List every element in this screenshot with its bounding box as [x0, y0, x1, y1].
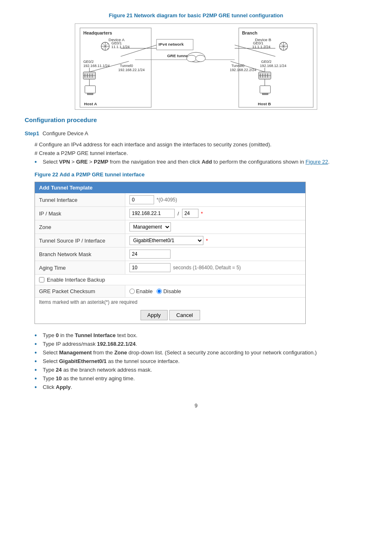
svg-text:Tunnel0: Tunnel0 [231, 64, 244, 68]
bullet1-post: from the navigation tree and then click [108, 159, 202, 165]
svg-text:GE0/2: GE0/2 [261, 60, 271, 64]
svg-point-25 [187, 55, 196, 62]
svg-text:Host B: Host B [258, 102, 271, 106]
bullet-item-1: Select VPN > GRE > P2MP from the navigat… [35, 159, 367, 165]
required-note: Items marked with an asterisk(*) are req… [35, 298, 305, 307]
config-section-title: Configuration procedure [25, 116, 367, 123]
bullet4-zone-bold: Zone [114, 349, 127, 356]
svg-text:Branch: Branch [242, 30, 257, 35]
svg-text:192.168.22.1/24: 192.168.22.1/24 [118, 68, 145, 72]
zone-row: Zone Management [35, 220, 305, 234]
bullet1-gre: GRE [76, 159, 88, 165]
zone-select[interactable]: Management [129, 222, 171, 231]
ip-asterisk: * [201, 210, 203, 217]
form-header: Add Tunnel Template [35, 182, 305, 193]
bullet-item-5: Select GigabitEthernet0/1 as the tunnel … [35, 358, 367, 364]
bullet1-end: to perform the configurations shown in [212, 159, 306, 165]
mask-input[interactable] [182, 209, 198, 218]
svg-text:GE0/2: GE0/2 [83, 60, 94, 64]
add-tunnel-form: Add Tunnel Template Tunnel Interface *(0… [35, 182, 306, 324]
gre-radio-group: Enable Disable [129, 288, 181, 294]
bullet-item-6: Type 24 as the branch network address ma… [35, 367, 367, 373]
svg-text:IPv4 network: IPv4 network [159, 42, 184, 46]
aging-time-hint: seconds (1-86400, Default = 5) [173, 265, 241, 271]
step1-text: Configure Device A [42, 130, 88, 136]
gre-checksum-value-cell: Enable Disable [125, 285, 305, 297]
svg-text:GRE tunnel: GRE tunnel [167, 53, 189, 58]
tunnel-interface-label: Tunnel Interface [35, 193, 125, 206]
enable-backup-checkbox[interactable] [39, 277, 44, 282]
bullet7-10-bold: 10 [56, 375, 62, 382]
enable-backup-row: Enable Interface Backup [35, 275, 305, 285]
slash-separator: / [177, 210, 180, 217]
bullet1-pre: Select [43, 159, 59, 165]
branch-mask-label: Branch Network Mask [35, 247, 125, 261]
zone-value-cell: Management [125, 220, 305, 234]
bullet2-ti-bold: Tunnel Interface [75, 332, 115, 338]
aging-time-row: Aging Time seconds (1-86400, Default = 5… [35, 261, 305, 275]
gre-disable-radio[interactable] [157, 289, 162, 294]
aging-time-input[interactable] [129, 263, 171, 272]
branch-mask-input[interactable] [129, 250, 171, 259]
ip-mask-label: IP / Mask [35, 207, 125, 220]
tunnel-interface-row: Tunnel Interface *(0-4095) [35, 193, 305, 207]
svg-text:192.168.22.2/24: 192.168.22.2/24 [230, 68, 256, 72]
step1-label: Step1 [25, 130, 39, 136]
gre-checksum-row: GRE Packet Checksum Enable Disable [35, 285, 305, 298]
tunnel-interface-value-cell: *(0-4095) [125, 193, 305, 206]
gre-disable-radio-label[interactable]: Disable [157, 288, 181, 294]
cancel-button[interactable]: Cancel [169, 310, 200, 320]
apply-button[interactable]: Apply [141, 310, 168, 320]
svg-rect-55 [260, 86, 271, 93]
figure22-caption: Figure 22 Add a P2MP GRE tunnel interfac… [35, 171, 367, 178]
svg-text:Tunnel0: Tunnel0 [120, 64, 133, 68]
bullet-item-8: Click Apply. [35, 384, 367, 390]
step1-container: Step1Configure Device A [25, 130, 367, 136]
svg-point-26 [196, 55, 205, 62]
bullet6-24-bold: 24 [56, 367, 62, 373]
page-number: 9 [25, 402, 367, 409]
bullet1-mid2: > [88, 159, 94, 165]
svg-text:11.1.1.1/24: 11.1.1.1/24 [111, 45, 130, 49]
gre-enable-text: Enable [136, 288, 152, 294]
svg-text:192.168.11.1/24: 192.168.11.1/24 [83, 64, 110, 68]
instruction-list: Type 0 in the Tunnel Interface text box.… [35, 332, 367, 390]
aging-time-label: Aging Time [35, 261, 125, 274]
svg-rect-45 [85, 86, 96, 93]
hash-line-2: # Create a P2MP GRE tunnel interface. [35, 150, 367, 156]
figure21-diagram: Headquarters Branch Device A GE0/1 11.1.… [25, 23, 367, 110]
bullet-list-intro: Select VPN > GRE > P2MP from the navigat… [35, 159, 367, 165]
svg-text:GE0/1: GE0/1 [253, 41, 263, 45]
gre-enable-radio-label[interactable]: Enable [129, 288, 152, 294]
gre-enable-radio[interactable] [129, 289, 135, 294]
bullet1-dot: . [328, 159, 330, 165]
bullet1-vpn: VPN [59, 159, 70, 165]
tunnel-source-label: Tunnel Source IP / Interface [35, 234, 125, 247]
zone-label: Zone [35, 220, 125, 234]
bullet-item-7: Type 10 as the tunnel entry aging time. [35, 375, 367, 382]
gre-disable-text: Disable [163, 288, 181, 294]
form-buttons: Apply Cancel [35, 307, 305, 324]
tunnel-source-select[interactable]: GigabitEthernet0/1 [129, 236, 203, 245]
bullet8-apply-bold: Apply [56, 384, 71, 390]
tunnel-interface-input[interactable] [129, 195, 154, 204]
bullet2-0-bold: 0 [56, 332, 59, 338]
bullet3-ip-bold: 192.168.22.1/24 [97, 341, 136, 347]
ip-input[interactable] [129, 209, 175, 218]
bullet-item-2: Type 0 in the Tunnel Interface text box. [35, 332, 367, 338]
svg-text:GE0/1: GE0/1 [111, 41, 122, 45]
svg-text:192.168.12.1/24: 192.168.12.1/24 [260, 64, 286, 68]
bullet-item-3: Type IP address/mask 192.168.22.1/24. [35, 341, 367, 347]
network-diagram-svg: Headquarters Branch Device A GE0/1 11.1.… [75, 23, 317, 110]
svg-rect-46 [88, 93, 93, 95]
svg-text:Host A: Host A [84, 102, 97, 106]
hash-line-1: # Configure an IPv4 address for each int… [35, 141, 367, 148]
bullet1-p2mp: P2MP [94, 159, 108, 165]
figure22-link[interactable]: Figure 22 [306, 159, 328, 165]
ip-mask-row: IP / Mask / * [35, 207, 305, 220]
branch-mask-row: Branch Network Mask [35, 247, 305, 261]
tunnel-source-row: Tunnel Source IP / Interface GigabitEthe… [35, 234, 305, 247]
bullet1-add: Add [202, 159, 212, 165]
step1-row: Step1Configure Device A [25, 130, 367, 136]
bullet4-mgmt-bold: Management [59, 349, 92, 356]
